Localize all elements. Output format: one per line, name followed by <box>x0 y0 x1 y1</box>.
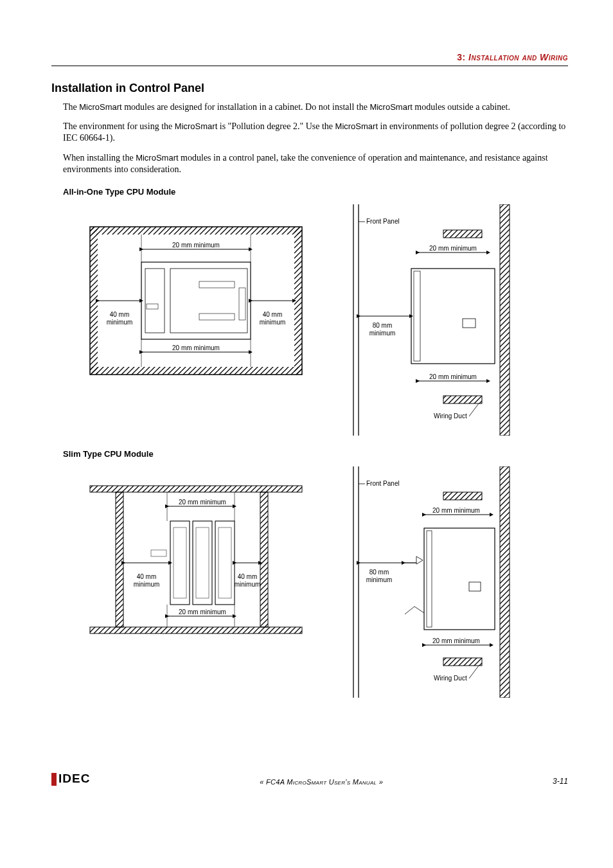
svg-rect-3 <box>90 227 98 375</box>
svg-rect-5 <box>141 262 251 339</box>
svg-text:20 mm minimum: 20 mm minimum <box>179 608 226 616</box>
svg-rect-77 <box>424 528 495 630</box>
paragraph-3: When installing the MicroSmart modules i… <box>63 152 568 175</box>
section-title: Installation in Control Panel <box>51 82 568 95</box>
svg-text:Front Panel: Front Panel <box>366 480 400 487</box>
svg-rect-10 <box>147 304 158 309</box>
figure-row-2: 20 mm minimum 20 mm minimum 40 mm minimu… <box>71 466 568 700</box>
svg-rect-51 <box>215 521 235 605</box>
svg-rect-78 <box>427 531 432 627</box>
page-number: 3-11 <box>553 777 568 786</box>
figure-slim-front: 20 mm minimum 20 mm minimum 40 mm minimu… <box>71 466 308 700</box>
svg-rect-53 <box>196 527 209 598</box>
svg-text:40 mm: 40 mm <box>137 573 157 580</box>
svg-rect-30 <box>500 204 510 436</box>
svg-text:40 mm: 40 mm <box>238 573 258 580</box>
svg-text:20 mm minimum: 20 mm minimum <box>172 344 220 351</box>
svg-rect-7 <box>170 269 247 333</box>
svg-rect-33 <box>411 269 495 364</box>
footer-manual-title: « FC4A MicroSmart User's Manual » <box>90 778 553 786</box>
page-header: 3: Installation and Wiring <box>51 51 568 66</box>
svg-rect-47 <box>116 492 123 627</box>
figure-allinone-side: Front Panel 20 mm minimum 20 mm minimum <box>334 204 514 438</box>
svg-text:20 mm minimum: 20 mm minimum <box>429 245 477 252</box>
svg-rect-31 <box>443 230 482 238</box>
svg-line-88 <box>469 666 479 678</box>
svg-text:20 mm minimum: 20 mm minimum <box>179 499 226 506</box>
chapter-number: 3: <box>457 52 465 62</box>
svg-text:40 mm: 40 mm <box>263 311 283 318</box>
subheading-slim: Slim Type CPU Module <box>63 449 568 459</box>
svg-rect-79 <box>469 582 481 591</box>
svg-rect-55 <box>151 550 166 556</box>
svg-rect-74 <box>500 466 510 698</box>
page-footer: IDEC « FC4A MicroSmart User's Manual » 3… <box>51 772 568 786</box>
svg-rect-46 <box>90 627 302 633</box>
svg-rect-35 <box>463 319 475 328</box>
svg-rect-76 <box>443 658 482 666</box>
svg-rect-49 <box>170 521 190 605</box>
figure-allinone-front: 20 mm minimum 20 mm minimum 40 mm minimu… <box>71 204 308 438</box>
svg-rect-1 <box>90 227 302 235</box>
paragraph-1: The MicroSmart modules are designed for … <box>63 102 568 113</box>
svg-text:20 mm minimum: 20 mm minimum <box>172 242 220 249</box>
svg-text:Front Panel: Front Panel <box>366 218 400 225</box>
svg-text:20 mm minimum: 20 mm minimum <box>429 373 477 380</box>
svg-text:minimum: minimum <box>235 581 261 588</box>
svg-rect-32 <box>443 396 482 403</box>
svg-rect-50 <box>193 521 212 605</box>
svg-text:40 mm: 40 mm <box>110 311 130 318</box>
svg-rect-6 <box>145 269 164 333</box>
svg-text:80 mm: 80 mm <box>369 569 389 576</box>
svg-rect-45 <box>90 486 302 492</box>
svg-text:minimum: minimum <box>107 319 133 326</box>
svg-rect-75 <box>443 492 482 500</box>
svg-rect-4 <box>294 227 302 375</box>
paragraph-2: The environment for using the MicroSmart… <box>63 121 568 144</box>
svg-rect-52 <box>173 527 186 598</box>
svg-text:minimum: minimum <box>366 576 393 583</box>
svg-text:minimum: minimum <box>260 319 286 326</box>
svg-rect-54 <box>218 527 231 598</box>
svg-rect-9 <box>199 314 235 320</box>
svg-text:20 mm minimum: 20 mm minimum <box>432 507 480 514</box>
svg-rect-48 <box>260 492 268 627</box>
figure-slim-side: Front Panel 20 mm minimum 20 mm minimum … <box>334 466 514 700</box>
svg-rect-34 <box>414 271 420 361</box>
svg-rect-8 <box>199 281 235 288</box>
svg-text:80 mm: 80 mm <box>373 322 393 329</box>
svg-text:minimum: minimum <box>134 581 160 588</box>
svg-text:Wiring Duct: Wiring Duct <box>434 675 467 682</box>
subheading-allinone: All-in-One Type CPU Module <box>63 187 568 197</box>
chapter-title: Installation and Wiring <box>468 52 568 62</box>
svg-line-44 <box>469 403 479 416</box>
idec-logo: IDEC <box>51 772 90 786</box>
svg-rect-11 <box>239 288 245 320</box>
figure-row-1: 20 mm minimum 20 mm minimum 40 mm minimu… <box>71 204 568 438</box>
svg-text:Wiring Duct: Wiring Duct <box>434 412 467 420</box>
svg-text:minimum: minimum <box>369 330 396 337</box>
svg-rect-2 <box>90 367 302 375</box>
svg-text:20 mm minimum: 20 mm minimum <box>432 637 480 644</box>
chapter-heading: 3: Installation and Wiring <box>457 52 568 62</box>
